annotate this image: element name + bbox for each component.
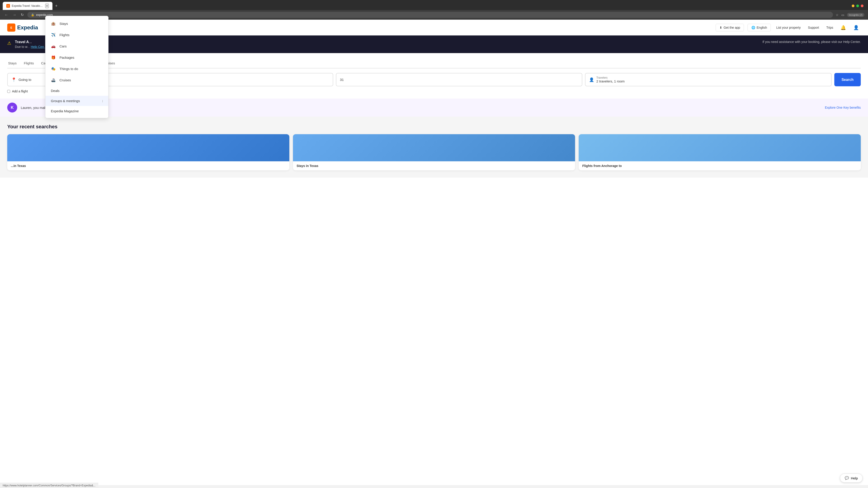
logo-area: E Expedia xyxy=(7,24,38,32)
recent-searches-section: Your recent searches ...in Texas Stays i… xyxy=(0,117,868,177)
dropdown-item-groups-meetings[interactable]: Groups & meetings | xyxy=(45,96,108,106)
dropdown-item-packages[interactable]: 🎁 Packages xyxy=(45,52,108,63)
things-to-do-label: Things to do xyxy=(59,67,78,71)
search-card-title-2: Stays in Texas xyxy=(297,164,571,168)
dropdown-item-cruises[interactable]: 🚢 Cruises xyxy=(45,74,108,86)
alert-banner: ⚠ Travel A... Due to w... Help Cen... If… xyxy=(0,35,868,53)
expedia-logo-icon: E xyxy=(7,24,16,32)
active-tab[interactable]: E Expedia Travel: Vacation Home... ✕ xyxy=(3,2,53,10)
search-card-body-1: ...in Texas xyxy=(7,161,289,170)
list-property-label: List your property xyxy=(776,26,801,29)
url-input[interactable]: 🔒 expedia.com xyxy=(27,12,833,18)
expedia-logo-text[interactable]: Expedia xyxy=(17,24,38,31)
date-value-container: 31 xyxy=(340,78,344,82)
travelers-field[interactable]: 👤 Travelers 2 travelers, 1 room xyxy=(585,73,831,86)
maximize-button[interactable] xyxy=(856,4,859,7)
add-flight-option[interactable]: Add a flight xyxy=(7,90,28,93)
support-label: Support xyxy=(808,26,819,29)
search-card-3[interactable]: Flights from Anchorage to xyxy=(579,134,861,170)
browser-chrome: E Expedia Travel: Vacation Home... ✕ + ←… xyxy=(0,0,868,20)
search-card-image-1 xyxy=(7,134,289,161)
website: E Expedia More travel ▾ ⬇ Get the app 🌐 … xyxy=(0,20,868,485)
cursor-indicator: | xyxy=(102,100,103,102)
explore-onekey-link[interactable]: Explore One Key benefits xyxy=(825,106,861,109)
alert-description: Due to w... Help Cen... xyxy=(15,45,759,48)
more-travel-dropdown: 🏨 Stays ✈️ Flights 🚗 Cars 🎁 Packages 🎭 T… xyxy=(45,16,108,118)
search-inputs: 📍 Going to 31 👤 Travelers 2 travelers, 1… xyxy=(7,73,861,86)
notifications-button[interactable]: 🔔 xyxy=(839,23,848,32)
alert-title: Travel A... xyxy=(15,40,759,44)
help-center-link[interactable]: Help Cen... xyxy=(31,45,46,48)
svg-text:E: E xyxy=(7,5,9,7)
packages-icon: 🎁 xyxy=(51,55,56,60)
search-tabs: Stays Flights Cars Packages Things to do… xyxy=(7,59,861,68)
download-icon: ⬇ xyxy=(719,26,722,29)
svg-text:E: E xyxy=(10,26,12,29)
stays-icon: 🏨 xyxy=(51,21,56,26)
user-account-button[interactable]: 👤 xyxy=(851,23,861,32)
stays-label: Stays xyxy=(59,22,68,26)
search-card-1[interactable]: ...in Texas xyxy=(7,134,289,170)
sidebar-icon[interactable]: ▭ xyxy=(841,13,844,17)
dropdown-item-expedia-magazine[interactable]: Expedia Magazine xyxy=(45,106,108,116)
dropdown-item-stays[interactable]: 🏨 Stays xyxy=(45,18,108,29)
close-button[interactable] xyxy=(861,4,864,7)
search-section: Stays Flights Cars Packages Things to do… xyxy=(0,53,868,98)
english-label: English xyxy=(756,26,767,29)
recent-searches-title: Your recent searches xyxy=(7,124,861,130)
dropdown-item-deals[interactable]: Deals xyxy=(45,86,108,96)
going-to-text: Going to xyxy=(19,78,31,82)
window-controls xyxy=(852,4,865,7)
groups-meetings-label: Groups & meetings xyxy=(51,99,80,103)
search-button[interactable]: Search xyxy=(834,73,861,86)
dropdown-item-things-to-do[interactable]: 🎭 Things to do xyxy=(45,63,108,74)
tab-close-button[interactable]: ✕ xyxy=(45,4,49,8)
packages-label: Packages xyxy=(59,56,74,59)
user-icon: 👤 xyxy=(853,25,859,30)
alert-icon: ⚠ xyxy=(7,40,11,46)
tab-stays[interactable]: Stays xyxy=(7,59,18,68)
english-button[interactable]: 🌐 English xyxy=(747,24,771,31)
globe-icon: 🌐 xyxy=(751,26,755,29)
search-options: Add a flight xyxy=(7,90,861,93)
alert-content: Travel A... Due to w... Help Cen... xyxy=(15,40,759,48)
top-nav: E Expedia More travel ▾ ⬇ Get the app 🌐 … xyxy=(0,20,868,35)
list-property-button[interactable]: List your property xyxy=(774,24,802,31)
trips-button[interactable]: Trips xyxy=(825,24,835,31)
trips-label: Trips xyxy=(826,26,833,29)
address-bar: ← → ↻ 🔒 expedia.com ☆ ▭ Incognito (2) xyxy=(0,10,868,20)
search-card-body-2: Stays in Texas xyxy=(293,161,575,170)
tab-flights[interactable]: Flights xyxy=(23,59,35,68)
tab-favicon: E xyxy=(6,4,10,8)
bookmark-icon[interactable]: ☆ xyxy=(836,13,839,17)
cruises-icon: 🚢 xyxy=(51,77,56,83)
person-icon: 👤 xyxy=(589,77,594,82)
reload-button[interactable]: ↻ xyxy=(20,12,25,18)
back-button[interactable]: ← xyxy=(4,12,9,18)
dropdown-item-cars[interactable]: 🚗 Cars xyxy=(45,40,108,52)
help-button[interactable]: 💬 Help xyxy=(840,474,863,483)
bell-icon: 🔔 xyxy=(840,25,846,30)
search-card-2[interactable]: Stays in Texas xyxy=(293,134,575,170)
tab-title: Expedia Travel: Vacation Home... xyxy=(12,4,43,7)
get-app-button[interactable]: ⬇ Get the app xyxy=(716,24,744,31)
going-to-value: Going to xyxy=(19,78,31,82)
cruises-label: Cruises xyxy=(59,78,71,82)
dropdown-item-flights[interactable]: ✈️ Flights xyxy=(45,29,108,40)
search-card-title-1: ...in Texas xyxy=(11,164,286,168)
user-avatar: K xyxy=(7,103,17,112)
help-chat-icon: 💬 xyxy=(845,476,849,480)
add-flight-checkbox[interactable] xyxy=(7,90,10,93)
support-button[interactable]: Support xyxy=(806,24,821,31)
search-cards-list: ...in Texas Stays in Texas Flights from … xyxy=(7,134,861,170)
new-tab-button[interactable]: + xyxy=(53,3,59,9)
help-label: Help xyxy=(851,476,858,480)
nav-right: ⬇ Get the app 🌐 English List your proper… xyxy=(716,23,861,32)
travelers-info: Travelers 2 travelers, 1 room xyxy=(596,76,625,83)
minimize-button[interactable] xyxy=(852,4,855,7)
tab-bar: E Expedia Travel: Vacation Home... ✕ + xyxy=(0,0,868,10)
date-field[interactable]: 31 xyxy=(336,73,582,86)
onekey-banner: K Lauren, you make. Get started! Explore… xyxy=(0,98,868,117)
incognito-badge[interactable]: Incognito (2) xyxy=(847,13,864,17)
forward-button[interactable]: → xyxy=(12,12,17,18)
